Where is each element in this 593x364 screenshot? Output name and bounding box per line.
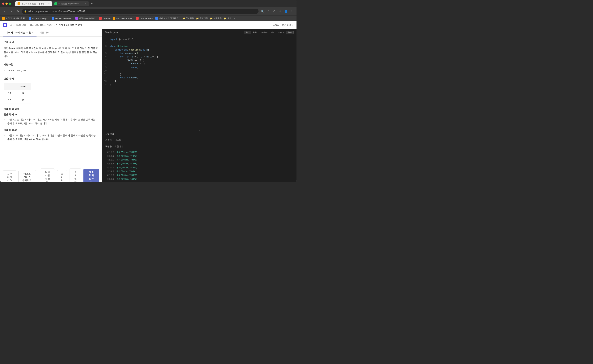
test-name: 테스트 7 — [105, 174, 114, 176]
bookmark-youtube-label: YouTube — [103, 17, 110, 20]
tab-1-close[interactable]: ✕ — [48, 3, 50, 5]
tab-submissions[interactable]: 제출 내역 — [37, 29, 53, 37]
header-right: 도움말 컴파일 옵션 — [273, 23, 293, 26]
folder-icon-3: 📁 — [210, 17, 213, 20]
theme-sublime[interactable]: sublime — [259, 31, 269, 34]
tab-2-icon — [54, 2, 57, 5]
bookmark-notes-icon — [155, 17, 158, 20]
run-code-button[interactable]: 코드 실행 — [70, 169, 81, 182]
bookmark-1[interactable]: 코딩테스트 대비를 위... — [2, 17, 27, 20]
new-tab-button[interactable]: + — [89, 1, 94, 6]
line-num-1: 1 — [102, 38, 110, 41]
language-selector[interactable]: Java — [286, 31, 293, 34]
result-title: 실행 결과 — [105, 133, 114, 136]
bread-1[interactable]: 코딩테스트 연습 — [10, 23, 26, 26]
bookmark-4[interactable]: 커밋(commit) 날짜... — [75, 17, 97, 20]
folder-icon-2: 📁 — [196, 17, 199, 20]
line-code-14: } — [110, 83, 111, 87]
line-num-9: 9 — [102, 66, 110, 69]
reset-button[interactable]: 초기화 — [57, 170, 67, 182]
tab-1[interactable]: 코딩테스트 연습 - 나머지가 1이 되... ✕ — [15, 1, 52, 6]
tabs-chevron[interactable]: ⌄ — [289, 1, 294, 6]
bread-2[interactable]: 월간 코드 챌린지 시즌3 — [30, 23, 53, 26]
result-tab-accuracy[interactable]: 정확성 — [105, 137, 112, 143]
bookmark-2[interactable]: tony9402/baekjoo... — [29, 17, 50, 20]
search-icon[interactable]: 🔍 — [260, 9, 265, 14]
compile-options-link[interactable]: 컴파일 옵션 — [282, 23, 293, 26]
star-icon[interactable]: ☆ — [266, 9, 271, 14]
line-num-2: 2 — [102, 41, 110, 45]
row1-result: 3 — [15, 90, 31, 97]
right-panel: Solution.java dark light sublime vim ema… — [102, 29, 296, 182]
bookmark-folder-3[interactable]: 📁 대외활동 — [210, 17, 222, 20]
bookmark-notes[interactable]: 내가 보려고 정리한 정... — [155, 17, 180, 20]
bookmark-folder-2[interactable]: 📁 알고리즘 — [196, 17, 208, 20]
theme-light[interactable]: light — [252, 31, 258, 34]
address-bar: ‹ › ↻ 🔒 school.programmers.co.kr/learn/c… — [0, 7, 296, 15]
line-code-9: break; — [110, 66, 138, 69]
forward-button[interactable]: › — [9, 9, 14, 14]
download-icon[interactable]: ⬇ — [278, 9, 283, 14]
submit-button[interactable]: 제출 후 채점하기 — [83, 169, 99, 182]
editor-layout: 나머지가 1이 되는 수 찾기 제출 내역 문제 설명 자연수 n 이 매개변수… — [0, 29, 296, 182]
bookmarks-more[interactable]: » — [234, 17, 235, 20]
line-code-3: class Solution { — [110, 45, 131, 48]
menu-icon[interactable]: ⋮ — [289, 9, 294, 14]
profile-icon[interactable]: 👤 — [283, 9, 288, 14]
code-editor[interactable]: 1 import java.util.*; 2 3 class Solution… — [102, 36, 296, 130]
tab-problem[interactable]: 나머지가 1이 되는 수 찾기 — [3, 29, 37, 37]
add-test-case-button[interactable]: 테스트 케이스 추가하기 — [19, 170, 36, 182]
extensions-icon[interactable]: ⬡ — [272, 9, 277, 14]
constraint-title: 제한사항 — [4, 63, 98, 66]
result-tab-test[interactable]: 테스트 — [115, 137, 121, 143]
url-bar[interactable]: 🔒 school.programmers.co.kr/learn/courses… — [22, 9, 259, 14]
example-table: n result 10 3 12 — [4, 83, 31, 104]
main-content: 코딩테스트 연습 › 월간 코드 챌린지 시즌3 › 나머지가 1이 되는 수 … — [0, 21, 296, 182]
others-solution-button[interactable]: 다른 사람의 풀이 — [40, 169, 55, 182]
explain2-title: 입출력 예 #2 — [4, 128, 98, 132]
line-num-5: 5 — [102, 52, 110, 55]
code-line-11: 11 } — [102, 73, 296, 76]
tab-2[interactable]: (작성중) [Programmers / Level... ✕ — [52, 1, 89, 6]
back-button[interactable]: ‹ — [2, 9, 7, 14]
test-pass-result: 통과 (0.02ms, 74.2MB) — [116, 166, 137, 169]
reload-button[interactable]: ↻ — [15, 9, 20, 14]
bookmark-youtube[interactable]: YouTube — [99, 17, 110, 20]
bookmark-3[interactable]: Git remote branch... — [52, 17, 73, 20]
minimize-button[interactable] — [6, 3, 8, 5]
maximize-button[interactable] — [9, 3, 11, 5]
close-button[interactable] — [2, 3, 4, 5]
bookmark-folder-4[interactable]: 📁 학교 — [224, 17, 232, 20]
test-result-row: 테스트 6통과 (0.02ms, 76MB) — [105, 169, 293, 173]
bookmark-youtube-music-label: YouTube Music — [140, 17, 153, 20]
line-code-1: import java.util.*; — [110, 38, 134, 41]
file-name: Solution.java — [105, 31, 118, 33]
code-line-13: 13 } — [102, 80, 296, 83]
traffic-lights — [2, 3, 11, 5]
folder-icon-4: 📁 — [224, 17, 227, 20]
bookmark-discover[interactable]: Discover the top s... — [113, 17, 134, 20]
bookmark-2-icon — [29, 17, 31, 20]
test-pass-result: 통과 (0.02ms, 77.8MB) — [116, 158, 137, 161]
theme-vim[interactable]: vim — [270, 31, 276, 34]
bookmark-youtube-music[interactable]: YouTube Music — [136, 17, 153, 20]
bookmark-youtube-icon — [99, 17, 102, 20]
test-name: 테스트 3 — [105, 158, 114, 161]
example-title: 입출력 예 — [4, 77, 98, 81]
line-code-4: public int solution(int n) { — [110, 48, 152, 52]
line-num-8: 8 — [102, 62, 110, 66]
theme-dark[interactable]: dark — [244, 31, 251, 34]
site-logo — [3, 23, 7, 27]
bookmark-1-icon — [2, 17, 5, 20]
bookmark-folder-2-label: 알고리즘 — [200, 17, 208, 20]
problem-content: 문제 설명 자연수 n 이 매개변수로 주어집니다. n 을 x 로 나눈 나머… — [0, 37, 102, 172]
line-num-4: 4 — [102, 48, 110, 52]
example-section: 입출력 예 n result 10 3 — [4, 77, 98, 104]
tab-2-close[interactable]: ✕ — [85, 3, 87, 5]
help-link[interactable]: 도움말 — [273, 23, 279, 26]
theme-emacs[interactable]: emacs — [276, 31, 285, 34]
bookmark-folder-1[interactable]: 📁 5월 채용 — [182, 17, 194, 20]
test-pass-result: 통과 (0.02ms, 75.1MB) — [116, 178, 137, 180]
test-pass-result: 통과 (7.91ms, 74.2MB) — [116, 151, 137, 154]
ask-button[interactable]: 질문하기 (12) — [3, 170, 16, 182]
